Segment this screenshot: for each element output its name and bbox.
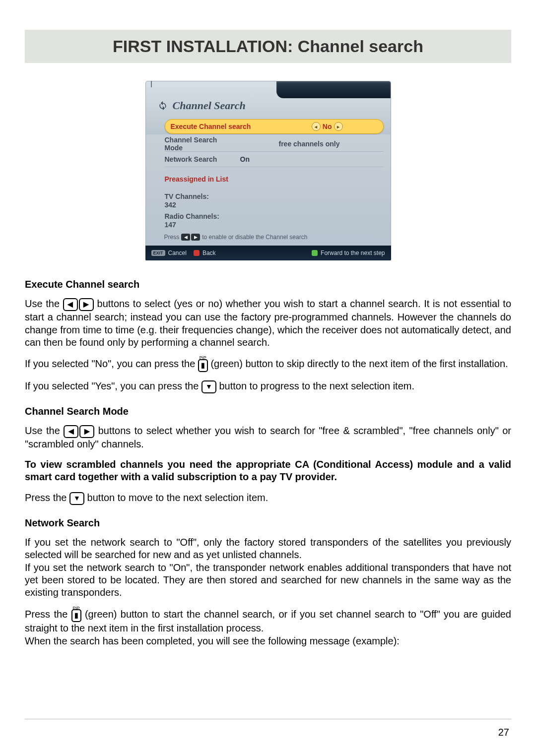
radio-channels-value: 147: [165, 221, 384, 229]
window-dark-tab: [276, 81, 391, 98]
execute-value-group[interactable]: ◂ No ▸: [312, 122, 343, 131]
manual-page: FIRST INSTALLATION: Channel search Chann…: [0, 0, 536, 756]
pip-green-key-icon: PiP ▮: [198, 357, 208, 372]
network-value: On: [240, 155, 250, 163]
left-right-keys-icon: ◀▶: [181, 234, 200, 241]
left-arrow-icon[interactable]: ◂: [312, 122, 321, 131]
channel-search-window: Channel Search Execute Channel search ◂ …: [145, 81, 391, 260]
right-arrow-icon[interactable]: ▸: [334, 122, 343, 131]
mode-heading: Channel Search Mode: [25, 405, 511, 418]
network-heading: Network Search: [25, 517, 511, 529]
window-title: Channel Search: [173, 99, 246, 112]
preassigned-heading: Preassigned in List: [165, 175, 384, 183]
hint-suffix: to enable or disable the Channel search: [202, 234, 307, 241]
mode-label: Channel Search Mode: [165, 136, 234, 152]
page-title: FIRST INSTALLATION: Channel search: [113, 37, 423, 56]
osd-footer: EXIT Cancel Back Forward to the next ste…: [145, 246, 391, 260]
radio-channels-label: Radio Channels:: [165, 212, 384, 221]
mode-value: free channels only: [279, 140, 340, 148]
forward-button[interactable]: Forward to the next step: [312, 250, 385, 256]
scrambled-note: To view scrambled channels you need the …: [25, 458, 511, 484]
network-row[interactable]: Network Search On: [165, 152, 384, 167]
down-key-icon: ▼: [69, 492, 84, 505]
execute-value: No: [323, 123, 332, 130]
hint-prefix: Press: [164, 234, 180, 241]
page-title-band: FIRST INSTALLATION: Channel search: [25, 30, 511, 63]
execute-heading: Execute Channel search: [25, 278, 511, 291]
cancel-label: Cancel: [168, 250, 187, 256]
execute-row-highlight[interactable]: Execute Channel search ◂ No ▸: [165, 119, 384, 134]
left-right-keys-icon: ◀▶: [64, 425, 94, 438]
cancel-button[interactable]: EXIT Cancel: [151, 250, 187, 256]
osd-container: Channel Search Execute Channel search ◂ …: [25, 81, 511, 260]
network-label: Network Search: [165, 155, 234, 163]
network-paragraph-3: Press the PiP ▮ (green) button to start …: [25, 607, 511, 635]
page-number: 27: [498, 727, 509, 738]
exit-key-icon: EXIT: [151, 250, 165, 256]
execute-label: Execute Channel search: [171, 123, 251, 130]
hint-bar: Press ◀▶ to enable or disable the Channe…: [164, 234, 308, 241]
execute-paragraph-2: If you selected "No", you can press the …: [25, 357, 511, 372]
mode-row[interactable]: Channel Search Mode free channels only: [165, 136, 384, 152]
left-right-keys-icon: ◀▶: [63, 298, 94, 311]
window-title-row: Channel Search: [158, 99, 246, 112]
corner-notch-icon: [151, 81, 159, 87]
network-paragraph-2: If you set the network search to "On", t…: [25, 562, 511, 599]
network-paragraph-4: When the search has been completed, you …: [25, 635, 511, 647]
footer-divider: [25, 719, 511, 719]
down-key-icon: ▼: [201, 380, 216, 393]
pip-green-key-icon: PiP ▮: [71, 607, 81, 623]
execute-paragraph-1: Use the ◀▶ buttons to select (yes or no)…: [25, 298, 511, 349]
refresh-icon: [158, 101, 168, 111]
tv-channels-label: TV Channels:: [165, 192, 384, 201]
network-paragraph-1: If you set the network search to "Off", …: [25, 536, 511, 562]
mode-paragraph-1: Use the ◀▶ buttons to select whether you…: [25, 425, 511, 450]
instruction-text: Execute Channel search Use the ◀▶ button…: [25, 278, 511, 647]
red-dot-icon: [194, 250, 200, 256]
back-label: Back: [202, 250, 216, 256]
forward-label: Forward to the next step: [321, 250, 385, 256]
green-dot-icon: [312, 250, 318, 256]
mode-paragraph-2: Press the ▼ button to move to the next s…: [25, 492, 511, 505]
tv-channels-value: 342: [165, 201, 384, 209]
back-button[interactable]: Back: [194, 250, 216, 256]
execute-paragraph-3: If you selected "Yes", you can press the…: [25, 380, 511, 393]
